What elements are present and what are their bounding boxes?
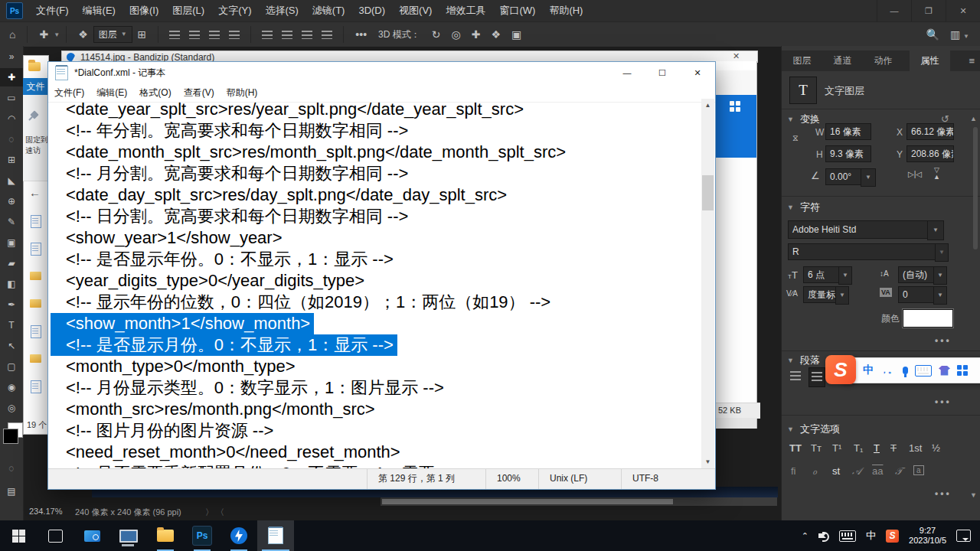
text-line[interactable]: <!-- 年分割。宽高要求和每个日期数字相同 --> bbox=[49, 120, 408, 142]
text-line[interactable]: <!-- 日分割。宽高要求和每个日期数字相同 --> bbox=[49, 206, 408, 227]
menu-item[interactable]: 编辑(E) bbox=[90, 86, 133, 99]
hscroll-thumb[interactable] bbox=[382, 499, 673, 504]
healing-tool-icon[interactable]: ⊕ bbox=[0, 192, 23, 210]
file-icon[interactable] bbox=[31, 243, 41, 256]
character-section-title[interactable]: 字符 bbox=[800, 201, 820, 214]
align-left-icon[interactable] bbox=[788, 367, 803, 386]
chevron-down-icon[interactable]: ▼ bbox=[933, 266, 947, 285]
y-field[interactable]: 208.86 像素 bbox=[906, 145, 954, 162]
text-line[interactable]: <year_digits_type>0</year_digits_type> bbox=[49, 270, 364, 292]
panel-scroll-up-icon[interactable]: ▲ bbox=[970, 115, 977, 122]
more-options-icon[interactable]: ••• bbox=[935, 488, 952, 499]
status-arrows[interactable]: 〉 〈 bbox=[205, 507, 224, 518]
link-dimensions-icon[interactable]: ⧖ bbox=[792, 133, 799, 143]
align-center-icon[interactable] bbox=[189, 31, 200, 39]
clone-stamp-tool-icon[interactable]: ▣ bbox=[0, 233, 23, 252]
panel-scroll-down-icon[interactable]: ▼ bbox=[970, 491, 977, 499]
pen-tool-icon[interactable]: ✒ bbox=[0, 295, 23, 314]
menu-item[interactable]: 格式(O) bbox=[133, 86, 177, 99]
chevron-down-icon[interactable]: ▼ bbox=[787, 116, 794, 123]
chevron-down-icon[interactable]: ▼ bbox=[835, 286, 849, 305]
angle-field[interactable]: 0.00° bbox=[825, 168, 862, 185]
text-line[interactable]: <!-- 显示年份的位数，0：四位（如2019）；1：两位（如19） --> bbox=[49, 292, 550, 313]
quick-select-tool-icon[interactable]: ◌ bbox=[0, 130, 23, 148]
auto-select-icon[interactable]: ❖ bbox=[78, 28, 88, 41]
keyboard-icon[interactable] bbox=[915, 365, 932, 377]
path-select-tool-icon[interactable]: ↖ bbox=[0, 337, 23, 355]
start-button[interactable] bbox=[0, 520, 37, 551]
x-field[interactable]: 66.12 像素 bbox=[906, 123, 954, 140]
close-icon[interactable]: ✕ bbox=[733, 51, 740, 61]
text-line[interactable]: <!-- 图片月份的图片资源 --> bbox=[49, 420, 273, 442]
bandizip-selected-item[interactable] bbox=[714, 95, 756, 158]
microphone-icon[interactable] bbox=[903, 367, 908, 374]
3d-camera-icon[interactable]: ▣ bbox=[511, 28, 521, 41]
transform-controls-icon[interactable]: ⊞ bbox=[138, 28, 147, 41]
zoom-tool-icon[interactable]: ◎ bbox=[0, 399, 23, 417]
type-tool-icon[interactable]: T bbox=[0, 316, 23, 334]
chevron-down-icon[interactable]: ▼ bbox=[787, 425, 794, 433]
menubar-item[interactable]: 增效工具 bbox=[439, 0, 492, 21]
minimize-icon[interactable]: — bbox=[609, 62, 645, 83]
volume-icon[interactable] bbox=[818, 531, 829, 540]
auto-select-target-dropdown[interactable]: 图层▼ bbox=[93, 26, 132, 43]
text-line[interactable]: <show_month>1</show_month> bbox=[51, 313, 314, 334]
folder-icon[interactable] bbox=[30, 354, 41, 363]
text-line[interactable]: <!-- 月分割。宽高要求和每个日期数字相同 --> bbox=[49, 163, 408, 184]
titling-alternates-icon[interactable]: aa bbox=[872, 465, 883, 477]
width-field[interactable]: 16 像素 bbox=[825, 123, 871, 140]
ps-zoom-level[interactable]: 234.17% bbox=[29, 507, 62, 516]
lasso-tool-icon[interactable]: ◠ bbox=[0, 109, 23, 128]
text-line[interactable]: <date_month_splt_src>res/month_splt.png<… bbox=[49, 142, 566, 163]
glyph-box-icon[interactable]: a bbox=[913, 465, 924, 475]
3d-roll-icon[interactable]: ◎ bbox=[451, 28, 460, 41]
all-caps-icon[interactable]: TT bbox=[789, 442, 802, 454]
sogou-tray-icon[interactable]: S bbox=[886, 530, 899, 543]
notepad-titlebar[interactable]: *DialConf.xml - 记事本 — ☐ ✕ bbox=[48, 62, 715, 83]
transform-section-title[interactable]: 变换 bbox=[800, 112, 820, 126]
menu-item[interactable]: 查看(V) bbox=[178, 86, 220, 99]
3d-orbit-icon[interactable]: ↻ bbox=[432, 28, 441, 41]
menubar-item[interactable]: 图像(I) bbox=[122, 0, 165, 21]
search-icon[interactable]: 🔍 bbox=[926, 28, 939, 41]
height-field[interactable]: 9.3 像素 bbox=[825, 145, 871, 162]
clock[interactable]: 9:27 2023/10/5 bbox=[909, 526, 946, 546]
chevron-down-icon[interactable]: ▼ bbox=[933, 286, 947, 305]
text-line[interactable]: <!-- 是否显示年份。0：不显示，1：显示 --> bbox=[49, 249, 394, 270]
font-style-field[interactable]: R bbox=[788, 243, 944, 260]
chevron-down-icon[interactable]: ▼ bbox=[927, 220, 944, 240]
align-top-icon[interactable] bbox=[262, 31, 273, 39]
eraser-tool-icon[interactable]: ▰ bbox=[0, 254, 23, 272]
swash-icon[interactable]: 𝒜 bbox=[852, 465, 861, 478]
menubar-item[interactable]: 文字(Y) bbox=[211, 0, 258, 21]
workspace-switcher-icon[interactable]: ▥ ▼ bbox=[950, 28, 969, 41]
menu-item[interactable]: 帮助(H) bbox=[220, 86, 264, 99]
tab-channels[interactable]: 通道 bbox=[822, 51, 863, 71]
shape-tool-icon[interactable]: ▢ bbox=[0, 357, 23, 376]
subscript-icon[interactable]: T₁ bbox=[854, 442, 863, 454]
bandizip-button[interactable] bbox=[220, 520, 257, 551]
ime-indicator[interactable]: 中 bbox=[866, 529, 876, 543]
text-line[interactable]: <show_year>1</show_year> bbox=[49, 227, 283, 249]
superscript-icon[interactable]: T¹ bbox=[832, 442, 841, 454]
notepad-button[interactable] bbox=[257, 520, 294, 551]
skin-icon[interactable] bbox=[939, 366, 950, 376]
ordinals-icon[interactable]: 1st bbox=[909, 442, 922, 454]
more-options-icon[interactable]: ••• bbox=[355, 28, 367, 41]
toolbox-icon[interactable] bbox=[957, 365, 968, 376]
punctuation-icon[interactable]: ，。 bbox=[880, 365, 896, 376]
text-line[interactable]: <month_src>res/month.png</month_src> bbox=[49, 399, 375, 420]
ornaments-icon[interactable]: ℴ bbox=[812, 465, 817, 477]
menubar-item[interactable]: 帮助(H) bbox=[542, 0, 590, 21]
oldstyle-icon[interactable]: 𝒯 bbox=[895, 465, 903, 478]
file-icon[interactable] bbox=[31, 325, 41, 338]
gradient-tool-icon[interactable]: ◧ bbox=[0, 275, 23, 293]
hand-tool-icon[interactable]: ◉ bbox=[0, 378, 23, 396]
file-icon[interactable] bbox=[31, 380, 41, 393]
touch-keyboard-icon[interactable] bbox=[839, 530, 856, 542]
flip-vertical-icon[interactable]: ▽▲ bbox=[933, 167, 940, 181]
eyedropper-tool-icon[interactable]: ◣ bbox=[0, 171, 23, 190]
remote-desktop-button[interactable] bbox=[110, 520, 147, 551]
menubar-item[interactable]: 选择(S) bbox=[258, 0, 305, 21]
close-icon[interactable]: ✕ bbox=[946, 0, 980, 21]
